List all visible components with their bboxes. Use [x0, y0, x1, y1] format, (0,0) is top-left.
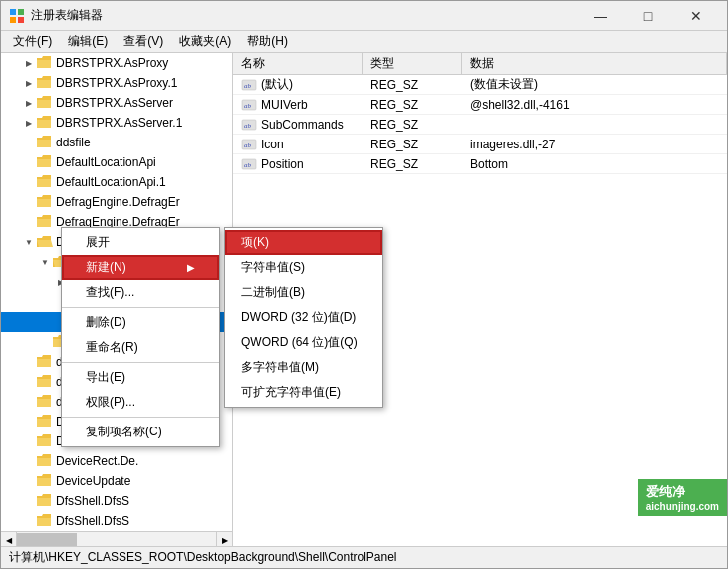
watermark-url: aichunjing.com: [646, 501, 719, 512]
window-title: 注册表编辑器: [31, 7, 578, 24]
ctx-item-label: 导出(E): [86, 369, 195, 386]
tree-label: DfsShell.DfsS: [56, 494, 232, 508]
table-row[interactable]: ab Position REG_SZ Bottom: [233, 154, 727, 174]
cell-name: ab MUIVerb: [233, 97, 363, 113]
submenu-item-key[interactable]: 项(K): [225, 230, 382, 255]
col-header-name[interactable]: 名称: [233, 53, 363, 74]
submenu-item-binary[interactable]: 二进制值(B): [225, 280, 382, 305]
ctx-item-delete[interactable]: 删除(D): [62, 310, 219, 335]
svg-text:ab: ab: [244, 161, 252, 169]
submenu-item-qword[interactable]: QWORD (64 位)值(Q): [225, 330, 382, 355]
reg-value-icon: ab: [241, 118, 257, 132]
ctx-item-new[interactable]: 新建(N) ▶: [62, 255, 219, 280]
value-name: Position: [261, 157, 304, 171]
hscroll-right[interactable]: ▶: [216, 532, 232, 546]
expand-arrow: ▶: [21, 115, 37, 131]
expand-arrow: ▶: [21, 75, 37, 91]
submenu-item-expandable[interactable]: 可扩充字符串值(E): [225, 380, 382, 405]
value-name: (默认): [261, 76, 293, 93]
folder-icon: [37, 215, 53, 229]
menu-edit[interactable]: 编辑(E): [60, 32, 116, 52]
folder-icon: [37, 96, 53, 110]
tree-item[interactable]: ▶ DfsShell.DfsS: [1, 491, 232, 511]
table-row[interactable]: ab (默认) REG_SZ (数值未设置): [233, 75, 727, 95]
table-row[interactable]: ab MUIVerb REG_SZ @shell32.dll,-4161: [233, 95, 727, 115]
folder-icon: [37, 355, 53, 369]
folder-icon: [37, 76, 53, 90]
ctx-item-export[interactable]: 导出(E): [62, 365, 219, 390]
ctx-item-rename[interactable]: 重命名(R): [62, 335, 219, 360]
folder-icon: [37, 136, 53, 149]
hscroll-left[interactable]: ◀: [1, 532, 17, 546]
ctx-separator: [62, 417, 219, 418]
expand-arrow: ▼: [37, 254, 53, 270]
ctx-item-copy-key-name[interactable]: 复制项名称(C): [62, 420, 219, 444]
tree-item[interactable]: ▶ DBRSTPRX.AsProxy.1: [1, 73, 232, 93]
cell-data: Bottom: [462, 156, 727, 172]
folder-icon: [37, 155, 53, 169]
registry-editor-window: 注册表编辑器 — □ ✕ 文件(F) 编辑(E) 查看(V) 收藏夹(A) 帮助…: [0, 0, 728, 569]
submenu-item-dword[interactable]: DWORD (32 位)值(D): [225, 305, 382, 330]
table-row[interactable]: ab Icon REG_SZ imageres.dll,-27: [233, 135, 727, 154]
value-name: MUIVerb: [261, 98, 308, 112]
tree-item[interactable]: ▶ DefragEngine.DefragEr: [1, 192, 232, 212]
reg-value-icon: ab: [241, 98, 257, 112]
cell-type: REG_SZ: [363, 117, 462, 133]
expand-arrow: ▶: [21, 55, 37, 71]
folder-icon: [37, 116, 53, 130]
ctx-item-find[interactable]: 查找(F)...: [62, 280, 219, 305]
menu-view[interactable]: 查看(V): [116, 32, 171, 52]
table-header: 名称 类型 数据: [233, 53, 727, 75]
tree-label: DeviceUpdate: [56, 474, 232, 488]
cell-name: ab (默认): [233, 75, 363, 94]
tree-item[interactable]: ▶ DeviceRect.De.: [1, 451, 232, 471]
menu-bar: 文件(F) 编辑(E) 查看(V) 收藏夹(A) 帮助(H): [1, 31, 727, 53]
col-header-type[interactable]: 类型: [363, 53, 462, 74]
ctx-separator: [62, 307, 219, 308]
menu-file[interactable]: 文件(F): [5, 32, 60, 52]
tree-item[interactable]: ▶ DefaultLocationApi.1: [1, 172, 232, 192]
tree-item[interactable]: ▶ DefaultLocationApi: [1, 152, 232, 172]
folder-icon: [37, 474, 53, 488]
cell-type: REG_SZ: [363, 97, 462, 113]
title-bar: 注册表编辑器 — □ ✕: [1, 1, 727, 31]
tree-item[interactable]: ▶ DBRSTPRX.AsServer.1: [1, 113, 232, 133]
maximize-button[interactable]: □: [625, 1, 671, 31]
reg-value-icon: ab: [241, 78, 257, 92]
folder-icon: [37, 415, 53, 428]
submenu-item-string[interactable]: 字符串值(S): [225, 255, 382, 280]
tree-label: DBRSTPRX.AsProxy.1: [56, 76, 232, 90]
cell-name: ab Position: [233, 156, 363, 172]
hscroll-thumb[interactable]: [17, 533, 77, 546]
menu-help[interactable]: 帮助(H): [239, 32, 296, 52]
tree-item[interactable]: ▶ DBRSTPRX.AsProxy: [1, 53, 232, 73]
folder-icon: [37, 175, 53, 189]
reg-value-icon: ab: [241, 157, 257, 171]
ctx-item-label: 展开: [86, 234, 195, 251]
app-icon: [9, 8, 25, 24]
submenu-item-multistring[interactable]: 多字符串值(M): [225, 355, 382, 380]
ctx-item-permissions[interactable]: 权限(P)...: [62, 390, 219, 415]
hscroll-track: [17, 532, 216, 546]
svg-rect-1: [18, 9, 24, 15]
col-header-data[interactable]: 数据: [462, 53, 727, 74]
ctx-item-expand[interactable]: 展开: [62, 230, 219, 255]
ctx-item-label: 复制项名称(C): [86, 424, 195, 440]
tree-item[interactable]: ▶ DBRSTPRX.AsServer: [1, 93, 232, 113]
table-row[interactable]: ab SubCommands REG_SZ: [233, 115, 727, 135]
tree-label: DeviceRect.De.: [56, 454, 232, 468]
menu-favorites[interactable]: 收藏夹(A): [171, 32, 239, 52]
tree-item[interactable]: ▶ DeviceUpdate: [1, 471, 232, 491]
close-button[interactable]: ✕: [673, 1, 719, 31]
minimize-button[interactable]: —: [578, 1, 623, 31]
h-scrollbar[interactable]: ◀ ▶: [1, 531, 232, 546]
tree-label: DefaultLocationApi: [56, 155, 232, 169]
expand-arrow: ▼: [21, 234, 37, 250]
cell-data: imageres.dll,-27: [462, 137, 727, 152]
tree-item[interactable]: ▶ ddsfile: [1, 133, 232, 152]
svg-rect-0: [10, 9, 16, 15]
svg-text:ab: ab: [244, 102, 252, 110]
tree-item[interactable]: ▶ DfsShell.DfsS: [1, 511, 232, 531]
folder-icon-open: [37, 235, 53, 249]
ctx-item-label: 新建(N): [86, 259, 187, 276]
